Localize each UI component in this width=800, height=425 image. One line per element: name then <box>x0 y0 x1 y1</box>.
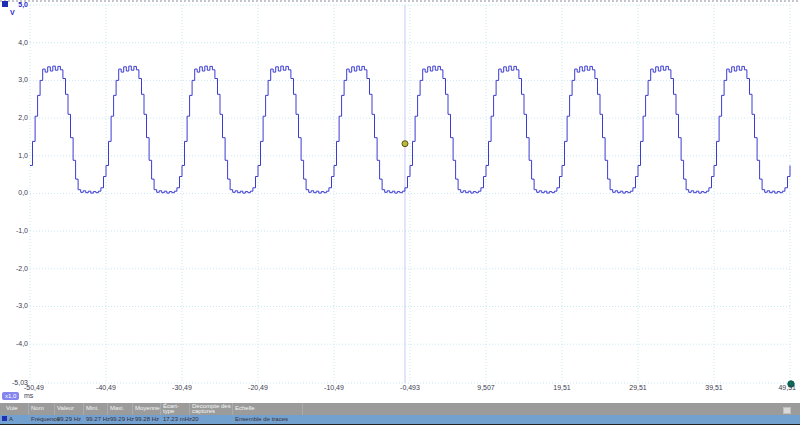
table-options-button[interactable] <box>783 407 791 414</box>
waveform-trace <box>30 66 790 193</box>
x-tick-label: 39,51 <box>694 384 734 392</box>
y-tick-label: -2,0 <box>0 265 28 273</box>
col-header-filler <box>303 403 800 415</box>
trigger-level-marker-icon[interactable] <box>402 141 408 147</box>
x-axis-zoom-badge[interactable]: x1,0 <box>2 392 19 400</box>
x-tick-label: 29,51 <box>618 384 658 392</box>
x-tick-label: -50,49 <box>24 384 64 392</box>
measurement-row-frequency[interactable]: A Fréquence 99.29 Hz 99.27 Hz 99.29 Hz 9… <box>0 415 800 424</box>
x-tick-label: -20,49 <box>238 384 278 392</box>
cell-echelle: Ensemble de traces <box>233 415 303 424</box>
cell-valeur: 99.29 Hz <box>55 415 84 424</box>
y-axis-unit-label: V <box>10 9 15 16</box>
x-tick-label: 49,51 <box>762 384 796 392</box>
col-header-mini[interactable]: Mini. <box>84 403 108 415</box>
y-tick-label: 5,0 <box>0 1 28 9</box>
x-tick-label: -30,49 <box>162 384 202 392</box>
col-header-decompte[interactable]: Décompte des captures <box>190 403 233 415</box>
y-tick-label: 4,0 <box>0 39 28 47</box>
y-tick-label: -1,0 <box>0 227 28 235</box>
col-header-valeur[interactable]: Valeur <box>55 403 84 415</box>
col-header-echelle[interactable]: Echelle <box>233 403 303 415</box>
cell-maxi: 99.29 Hz <box>108 415 133 424</box>
y-tick-label: 3,0 <box>0 76 28 84</box>
x-tick-label: -40,49 <box>86 384 126 392</box>
cell-voie-text: A <box>9 416 13 422</box>
col-header-moyenne[interactable]: Moyenne <box>133 403 161 415</box>
y-tick-label: -4,0 <box>0 340 28 348</box>
col-header-nom[interactable]: Nom <box>29 403 55 415</box>
col-header-voie[interactable]: Voie <box>0 403 29 415</box>
y-tick-label: 1,0 <box>0 152 28 160</box>
x-axis-unit-label: ms <box>24 392 33 400</box>
y-tick-label: 0,0 <box>0 189 28 197</box>
measurements-table: Voie Nom Valeur Mini. Maxi. Moyenne Écar… <box>0 403 800 425</box>
cell-voie: A <box>0 415 29 424</box>
x-tick-label: 9,507 <box>466 384 506 392</box>
y-tick-label: 2,0 <box>0 114 28 122</box>
x-tick-label: -0,493 <box>390 384 430 392</box>
x-tick-label: 19,51 <box>542 384 582 392</box>
col-header-ecart-type[interactable]: Écart-type <box>161 403 190 415</box>
y-tick-label: -3,0 <box>0 302 28 310</box>
cell-moyenne: 99.28 Hz <box>133 415 161 424</box>
channel-a-row-swatch <box>2 416 7 421</box>
cell-mini: 99.27 Hz <box>84 415 108 424</box>
x-tick-label: -10,49 <box>314 384 354 392</box>
cell-decompte: 20 <box>190 415 233 424</box>
cell-nom: Fréquence <box>29 415 55 424</box>
waveform-plot[interactable] <box>0 0 800 400</box>
measurements-header-row: Voie Nom Valeur Mini. Maxi. Moyenne Écar… <box>0 403 800 415</box>
cell-filler <box>303 415 800 424</box>
col-header-maxi[interactable]: Maxi. <box>108 403 133 415</box>
cell-ecart-type: 17.23 mHz <box>161 415 190 424</box>
